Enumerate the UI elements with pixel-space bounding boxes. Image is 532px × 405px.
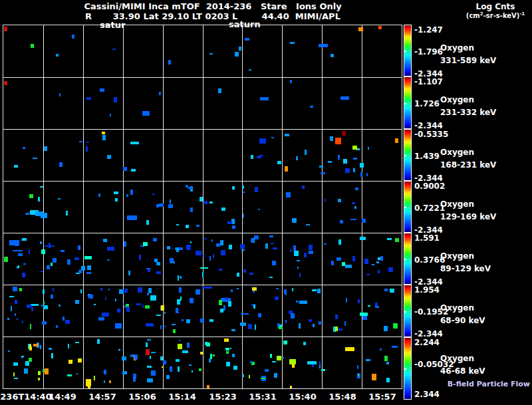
- data-point: [163, 360, 166, 364]
- data-point: [56, 54, 59, 57]
- data-point: [372, 264, 374, 265]
- data-point: [43, 289, 45, 294]
- data-point: [4, 27, 7, 31]
- data-point: [38, 378, 40, 380]
- data-point: [123, 167, 127, 171]
- data-point: [138, 287, 142, 293]
- data-point: [279, 327, 283, 329]
- data-point: [23, 147, 25, 149]
- data-point: [124, 289, 128, 293]
- data-point: [346, 298, 347, 303]
- data-point: [336, 257, 341, 261]
- data-point: [218, 88, 221, 93]
- data-point: [31, 44, 34, 48]
- data-point: [115, 323, 122, 329]
- data-point: [22, 238, 27, 241]
- data-point: [386, 378, 390, 382]
- data-point: [164, 312, 166, 314]
- data-point: [98, 317, 104, 321]
- data-point: [216, 243, 220, 247]
- data-point: [142, 111, 150, 116]
- data-point: [24, 368, 28, 374]
- cb-max-label: -1.247: [414, 25, 462, 35]
- data-point: [19, 288, 22, 291]
- data-point: [229, 245, 232, 249]
- data-point: [80, 289, 82, 293]
- data-point: [29, 344, 31, 349]
- data-point: [190, 241, 192, 243]
- panel-divider: [3, 77, 402, 78]
- data-point: [81, 266, 85, 271]
- data-point: [7, 318, 9, 320]
- data-point: [75, 300, 79, 304]
- gridline-vertical: [362, 25, 362, 388]
- data-point: [79, 141, 82, 142]
- data-point: [289, 359, 296, 364]
- data-point: [384, 356, 388, 361]
- data-point: [179, 287, 182, 293]
- data-point: [259, 138, 266, 144]
- data-point: [40, 186, 43, 188]
- data-point: [372, 374, 376, 380]
- data-point: [14, 165, 18, 168]
- data-point: [109, 380, 111, 383]
- data-point: [390, 289, 394, 293]
- data-point: [292, 288, 293, 291]
- data-point: [292, 218, 297, 223]
- data-point: [75, 342, 79, 343]
- data-point: [41, 305, 43, 307]
- data-point: [290, 249, 291, 252]
- data-point: [13, 362, 18, 366]
- data-point: [384, 289, 388, 291]
- data-point: [112, 49, 116, 50]
- event-marker-saturn-partial: satur: [100, 20, 125, 30]
- data-point: [176, 308, 178, 313]
- data-point: [241, 313, 249, 315]
- data-point: [364, 259, 368, 264]
- data-point: [162, 366, 164, 368]
- data-point: [40, 241, 42, 244]
- data-point: [335, 315, 338, 319]
- data-point: [146, 220, 149, 225]
- data-point: [253, 305, 255, 309]
- data-point: [237, 288, 239, 289]
- data-point: [202, 272, 203, 277]
- data-point: [67, 259, 70, 265]
- data-point: [178, 275, 179, 281]
- data-point: [134, 354, 138, 360]
- data-point: [108, 289, 110, 291]
- data-point: [105, 297, 106, 300]
- data-point: [84, 256, 92, 259]
- data-point: [176, 224, 179, 225]
- gridline-vertical: [123, 25, 124, 388]
- data-point: [15, 313, 16, 316]
- data-point: [31, 304, 39, 306]
- data-point: [110, 114, 111, 116]
- data-point: [49, 348, 52, 350]
- data-point: [161, 305, 164, 311]
- data-point: [277, 356, 281, 360]
- data-point: [388, 267, 393, 272]
- data-point: [249, 273, 253, 275]
- data-point: [40, 345, 41, 349]
- data-point: [294, 251, 299, 256]
- data-point: [87, 265, 91, 270]
- colorbar-panel-1: [404, 25, 412, 76]
- data-point: [31, 307, 33, 311]
- data-point: [45, 245, 55, 247]
- data-point: [220, 240, 223, 245]
- data-point: [27, 305, 31, 308]
- data-point: [170, 200, 171, 203]
- data-point: [100, 88, 104, 92]
- data-point: [94, 304, 96, 305]
- data-point: [156, 271, 161, 274]
- data-point: [33, 344, 38, 346]
- data-point: [226, 362, 230, 366]
- colorbar-panel-5: [404, 233, 412, 285]
- data-point: [338, 329, 342, 331]
- data-point: [281, 357, 284, 358]
- data-point: [164, 326, 166, 327]
- event-marker-saturn: saturn: [229, 19, 261, 29]
- data-point: [146, 323, 154, 327]
- data-point: [338, 155, 340, 160]
